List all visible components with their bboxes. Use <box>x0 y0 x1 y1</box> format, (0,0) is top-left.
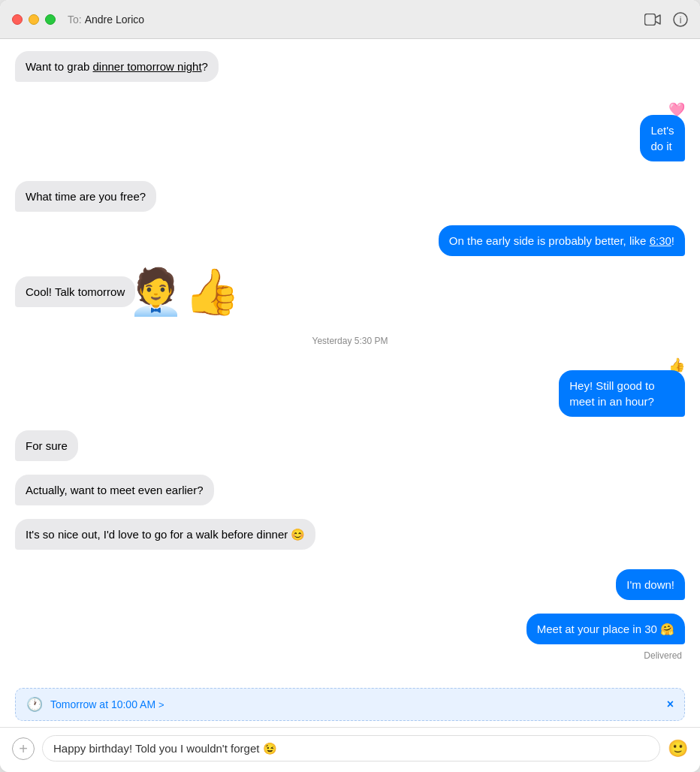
titlebar: To: Andre Lorico i <box>0 0 700 39</box>
emoji-icon: 🙂 <box>668 739 688 758</box>
message-bubble: It's so nice out, I'd love to go for a w… <box>15 519 315 550</box>
emoji-picker-button[interactable]: 🙂 <box>668 739 688 758</box>
info-button[interactable]: i <box>673 12 688 27</box>
timestamp-divider: Yesterday 5:30 PM <box>15 336 685 346</box>
message-bubble: For sure <box>15 430 78 461</box>
scheduled-close-button[interactable]: × <box>667 698 674 711</box>
message-bubble: What time are you free? <box>15 181 156 212</box>
video-call-button[interactable] <box>644 14 661 26</box>
contact-name: Andre Lorico <box>85 14 144 26</box>
svg-text:i: i <box>680 15 682 26</box>
memoji-sticker: 🧑‍💼👍 <box>128 270 240 315</box>
message-bubble: Want to grab dinner tomorrow night? <box>15 51 219 82</box>
to-label: To: <box>68 14 82 26</box>
message-bubble: Meet at your place in 30 🤗 <box>527 614 685 644</box>
message-row: What time are you free? <box>15 181 685 212</box>
message-row: Actually, want to meet even earlier? <box>15 475 685 505</box>
chat-area: Want to grab dinner tomorrow night? 🩷 Le… <box>0 39 700 688</box>
delivered-label: Delivered <box>15 650 682 661</box>
scheduled-message-bar: 🕐 Tomorrow at 10:00 AM > × <box>15 688 685 721</box>
message-row: 🩷 Let's do it <box>15 101 685 161</box>
add-attachment-button[interactable]: + <box>12 737 35 760</box>
svg-rect-0 <box>645 14 656 25</box>
traffic-lights <box>12 14 56 25</box>
message-bubble: Actually, want to meet even earlier? <box>15 475 214 505</box>
message-row: 👍 Hey! Still good to meet in an hour? <box>15 357 685 417</box>
close-button[interactable] <box>12 14 23 25</box>
message-bubble: Hey! Still good to meet in an hour? <box>559 370 685 417</box>
message-bubble: On the early side is probably better, li… <box>439 225 685 256</box>
message-row: Cool! Talk tomorrow 🧑‍💼👍 <box>15 270 685 307</box>
message-row: On the early side is probably better, li… <box>15 225 685 256</box>
messages-window: To: Andre Lorico i Want to grab dinner t… <box>0 0 700 772</box>
minimize-button[interactable] <box>29 14 39 25</box>
input-bar: + 🙂 <box>0 727 700 772</box>
message-row: I'm down! <box>15 569 685 600</box>
message-bubble: Let's do it <box>640 115 685 161</box>
scheduled-time[interactable]: Tomorrow at 10:00 AM > <box>50 698 659 710</box>
message-row: It's so nice out, I'd love to go for a w… <box>15 519 685 550</box>
titlebar-icons: i <box>644 12 688 27</box>
maximize-button[interactable] <box>45 14 56 25</box>
message-row: Meet at your place in 30 🤗 <box>15 614 685 644</box>
message-row: Want to grab dinner tomorrow night? <box>15 51 685 82</box>
plus-icon: + <box>19 741 28 756</box>
message-row: For sure <box>15 430 685 461</box>
message-bubble: I'm down! <box>616 569 685 600</box>
message-input[interactable] <box>42 735 660 761</box>
scheduled-clock-icon: 🕐 <box>26 696 43 713</box>
message-bubble: Cool! Talk tomorrow <box>15 276 135 307</box>
